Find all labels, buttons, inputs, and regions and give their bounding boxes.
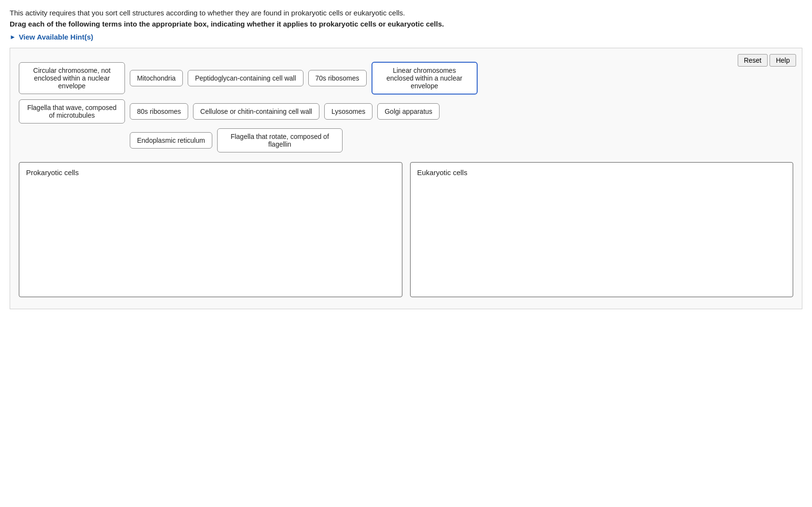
- term-chip-t5[interactable]: Linear chromosomes enclosed within a nuc…: [372, 62, 478, 95]
- term-chip-t10[interactable]: Golgi apparatus: [377, 103, 440, 120]
- hint-arrow-icon: ►: [10, 33, 16, 41]
- term-chip-t11[interactable]: Endoplasmic reticulum: [130, 132, 212, 149]
- terms-row-2: Flagella that wave, composed of microtub…: [19, 99, 793, 123]
- terms-row-1: Circular chromosome, not enclosed within…: [19, 62, 793, 95]
- term-chip-t6[interactable]: Flagella that wave, composed of microtub…: [19, 99, 125, 123]
- activity-box: Reset Help Circular chromosome, not encl…: [10, 48, 802, 309]
- intro-line1: This activity requires that you sort cel…: [10, 9, 802, 17]
- prokaryotic-label: Prokaryotic cells: [26, 168, 395, 177]
- hint-toggle[interactable]: ► View Available Hint(s): [10, 33, 802, 41]
- term-chip-t12[interactable]: Flagella that rotate, composed of flagel…: [217, 128, 343, 152]
- term-chip-t2[interactable]: Mitochondria: [130, 70, 183, 86]
- top-buttons: Reset Help: [738, 54, 796, 67]
- term-chip-t4[interactable]: 70s ribosomes: [308, 70, 367, 86]
- term-chip-t3[interactable]: Peptidoglycan-containing cell wall: [188, 70, 303, 86]
- eukaryotic-label: Eukaryotic cells: [417, 168, 786, 177]
- reset-button[interactable]: Reset: [738, 54, 768, 67]
- bold-instruction: Drag each of the following terms into th…: [10, 20, 802, 28]
- term-chip-t1[interactable]: Circular chromosome, not enclosed within…: [19, 62, 125, 94]
- term-chip-t8[interactable]: Cellulose or chitin-containing cell wall: [193, 103, 319, 120]
- term-chip-t9[interactable]: Lysosomes: [324, 103, 372, 120]
- help-button[interactable]: Help: [770, 54, 796, 67]
- drop-zones: Prokaryotic cells Eukaryotic cells: [19, 162, 793, 297]
- prokaryotic-drop-zone[interactable]: Prokaryotic cells: [19, 162, 402, 297]
- hint-label: View Available Hint(s): [19, 33, 94, 41]
- terms-row-3: Endoplasmic reticulum Flagella that rota…: [19, 128, 793, 152]
- term-chip-t7[interactable]: 80s ribosomes: [130, 103, 188, 120]
- terms-area: Circular chromosome, not enclosed within…: [19, 62, 793, 152]
- eukaryotic-drop-zone[interactable]: Eukaryotic cells: [410, 162, 794, 297]
